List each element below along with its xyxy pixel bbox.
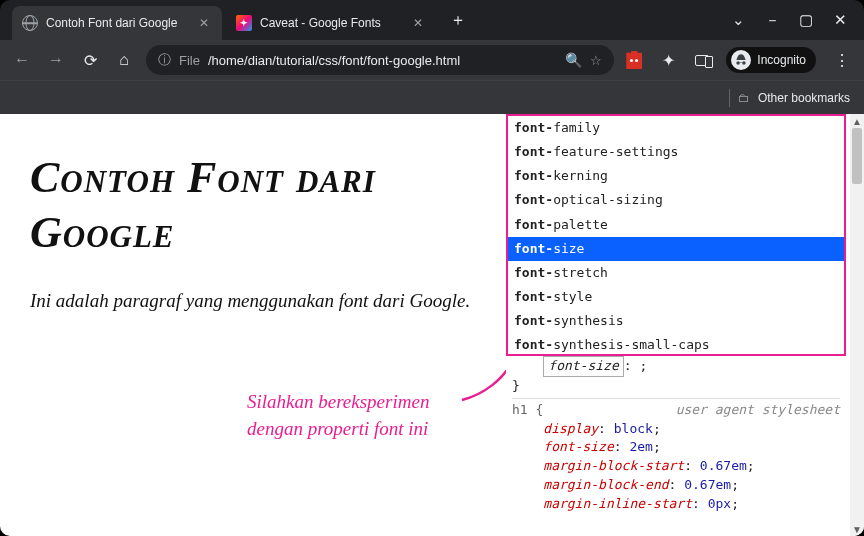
tab-strip: Contoh Font dari Google ✕ ✦ Caveat - Goo… — [0, 0, 864, 40]
tab-title: Contoh Font dari Google — [46, 16, 188, 30]
close-window-icon[interactable]: ✕ — [832, 11, 848, 30]
ua-stylesheet-label: user agent stylesheet — [676, 401, 840, 420]
tab-active[interactable]: Contoh Font dari Google ✕ — [12, 6, 222, 40]
incognito-label: Incognito — [757, 53, 806, 67]
back-icon[interactable]: ← — [10, 48, 34, 72]
chevron-down-icon[interactable]: ⌄ — [730, 11, 746, 30]
globe-icon — [22, 15, 38, 31]
url-scheme: File — [179, 53, 200, 68]
extension-red-icon[interactable] — [624, 50, 644, 70]
autocomplete-item[interactable]: font-style — [508, 285, 844, 309]
autocomplete-item[interactable]: font-feature-settings — [508, 140, 844, 164]
forward-icon[interactable]: → — [44, 48, 68, 72]
search-in-page-icon[interactable]: 🔍 — [565, 52, 582, 68]
css-autocomplete[interactable]: font-familyfont-feature-settingsfont-ker… — [506, 114, 846, 356]
brace-close: } — [512, 377, 840, 396]
extensions-icon[interactable]: ✦ — [658, 50, 678, 70]
info-icon[interactable]: ⓘ — [158, 51, 171, 69]
autocomplete-item[interactable]: font-kerning — [508, 164, 844, 188]
folder-icon: 🗀 — [738, 91, 750, 105]
devices-icon[interactable] — [692, 50, 712, 70]
site-favicon-icon: ✦ — [236, 15, 252, 31]
rule-header: h1 {user agent stylesheet — [512, 398, 840, 420]
other-bookmarks[interactable]: Other bookmarks — [758, 91, 850, 105]
annotation-line-2: dengan properti font ini — [247, 418, 428, 439]
css-declaration[interactable]: margin-block-start: 0.67em; — [512, 457, 840, 476]
new-tab-button[interactable]: ＋ — [444, 6, 472, 34]
autocomplete-item[interactable]: font-family — [508, 116, 844, 140]
maximize-icon[interactable]: ▢ — [798, 11, 814, 30]
css-declaration[interactable]: display: block; — [512, 420, 840, 439]
incognito-icon — [731, 50, 751, 70]
reload-icon[interactable]: ⟳ — [78, 48, 102, 72]
url-path: /home/dian/tutorial/css/font/font-google… — [208, 53, 557, 68]
css-declaration[interactable]: margin-inline-start: 0px; — [512, 495, 840, 514]
bookmark-bar: 🗀 Other bookmarks — [0, 80, 864, 114]
autocomplete-item[interactable]: font-synthesis-small-caps — [508, 333, 844, 356]
browser-toolbar: ← → ⟳ ⌂ ⓘ File /home/dian/tutorial/css/f… — [0, 40, 864, 80]
menu-icon[interactable]: ⋮ — [830, 51, 854, 70]
autocomplete-item[interactable]: font-synthesis — [508, 309, 844, 333]
close-icon[interactable]: ✕ — [196, 15, 212, 31]
window-controls: ⌄ － ▢ ✕ — [730, 11, 856, 30]
page-viewport: ▲ ▼ Contoh Font dari Google Ini adalah p… — [0, 114, 864, 536]
toolbar-actions: ✦ Incognito ⋮ — [624, 47, 854, 73]
autocomplete-item[interactable]: font-optical-sizing — [508, 188, 844, 212]
css-declaration[interactable]: margin-block-end: 0.67em; — [512, 476, 840, 495]
tab-inactive[interactable]: ✦ Caveat - Google Fonts ✕ — [226, 6, 436, 40]
css-declaration[interactable]: font-size: 2em; — [512, 438, 840, 457]
tab-title: Caveat - Google Fonts — [260, 16, 402, 30]
annotation-line-1: Silahkan bereksperimen — [247, 391, 429, 412]
bookmark-star-icon[interactable]: ☆ — [590, 53, 602, 68]
devtools-panel: font-familyfont-feature-settingsfont-ker… — [506, 114, 846, 536]
close-icon[interactable]: ✕ — [410, 15, 426, 31]
minimize-icon[interactable]: － — [764, 11, 780, 30]
url-bar[interactable]: ⓘ File /home/dian/tutorial/css/font/font… — [146, 45, 614, 75]
annotation-text: Silahkan bereksperimen dengan properti f… — [247, 389, 429, 442]
autocomplete-item[interactable]: font-palette — [508, 213, 844, 237]
divider — [729, 89, 730, 107]
page-heading: Contoh Font dari Google — [30, 150, 500, 260]
editing-line[interactable]: font-size: ; — [512, 356, 840, 377]
autocomplete-item[interactable]: font-size — [508, 237, 844, 261]
incognito-badge[interactable]: Incognito — [726, 47, 816, 73]
home-icon[interactable]: ⌂ — [112, 48, 136, 72]
styles-pane[interactable]: font-size: ; } h1 {user agent stylesheet… — [506, 356, 846, 516]
autocomplete-item[interactable]: font-stretch — [508, 261, 844, 285]
property-edit-box[interactable]: font-size — [543, 356, 623, 377]
